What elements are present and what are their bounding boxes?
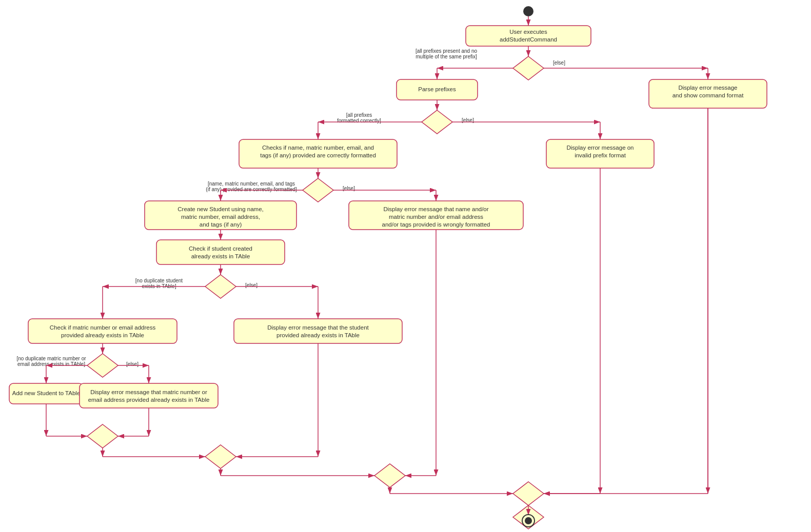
label-create2: matric number, email address, [181, 214, 260, 220]
label-error-format2: and show command format [672, 92, 744, 98]
label-error-prefix1: Display error message on [566, 145, 634, 151]
label-wrong2: matric number and/or email address [389, 214, 483, 220]
label-checks2: tags (if any) provided are correctly for… [260, 152, 376, 158]
label-d4-yes1: [no duplicate student [135, 278, 183, 283]
start-node [523, 6, 533, 16]
label-checks1: Checks if name, matric number, email, an… [262, 145, 374, 151]
label-user-executes: User executes [509, 29, 547, 35]
label-d2-yes1: [all prefixes [346, 112, 372, 118]
label-d3-yes1: [name, matric number, email, and tags [208, 181, 295, 187]
diamond5 [87, 354, 118, 377]
diamond1 [513, 56, 544, 80]
box-error-matric-email [80, 383, 218, 408]
label-d1-else: [else] [553, 60, 565, 66]
label-error-matric1: Display error message that matric number… [90, 389, 207, 395]
label-check-exists2: already exists in TAble [191, 253, 250, 259]
label-d5-yes1: [no duplicate matric number or [16, 356, 86, 361]
label-check-exists1: Check if student created [189, 245, 252, 252]
label-wrong1: Display error message that name and/or [383, 206, 488, 212]
diamond2 [422, 110, 452, 134]
diamond9 [513, 482, 544, 505]
box-student-exists-error [234, 319, 402, 343]
diamond7 [205, 445, 236, 468]
label-user-executes2: addStudentCommand [500, 36, 557, 43]
label-error-matric2: email address provided already exists in… [88, 397, 210, 403]
end-node-inner [525, 517, 532, 524]
label-student-exists1: Display error message that the student [267, 324, 369, 331]
label-wrong3: and/or tags provided is wrongly formatte… [382, 221, 490, 228]
diamond4 [205, 275, 236, 298]
label-error-prefix2: invalid prefix format [575, 152, 626, 158]
label-d4-else: [else] [245, 282, 258, 288]
label-d2-yes2: formatted correctly] [337, 118, 381, 124]
diamond8 [374, 464, 405, 487]
label-parse-prefixes: Parse prefixes [418, 86, 456, 92]
box-check-matric-email [28, 319, 177, 343]
label-d5-else: [else] [126, 361, 139, 367]
label-matric1: Check if matric number or email address [50, 324, 156, 331]
label-create1: Create new Student using name, [177, 206, 264, 212]
label-d1-yes1: [all prefixes present and no [416, 48, 478, 54]
label-error-format1: Display error message [678, 85, 737, 91]
label-student-exists2: provided already exists in TAble [276, 332, 360, 338]
label-matric2: provided already exists in TAble [61, 332, 144, 338]
label-d5-yes2: email address exists in TAble] [17, 361, 85, 367]
diamond6 [87, 424, 118, 448]
box-check-student-exists [156, 240, 285, 264]
label-d3-yes2: (if any) provided are correctly formatte… [206, 187, 297, 192]
label-d1-yes2: multiple of the same prefix] [416, 54, 477, 59]
diagram-container: User executes addStudentCommand [all pre… [0, 0, 811, 532]
label-add-student: Add new Student to TAble [12, 390, 81, 396]
label-create3: and tags (if any) [200, 221, 242, 228]
diamond3 [303, 178, 333, 202]
